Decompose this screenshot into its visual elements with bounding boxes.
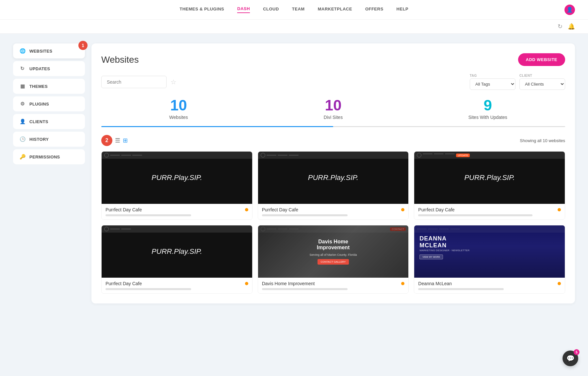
purr-logo: PURR.Play.SIP. xyxy=(152,173,202,182)
mini-nav-line xyxy=(434,154,444,154)
status-indicator xyxy=(245,282,248,285)
stat-updates: 9 Sites With Updates xyxy=(411,98,565,125)
favorites-filter-icon[interactable]: ☆ xyxy=(171,78,176,86)
stats-row: 10 Websites 10 Divi Sites 9 Sites With U… xyxy=(101,98,565,126)
client-select[interactable]: All Clients xyxy=(519,78,565,90)
mini-logo xyxy=(104,227,109,231)
sidebar-label-permissions: PERMISSIONS xyxy=(29,155,60,159)
showing-count: Showing all 10 websites xyxy=(520,138,565,143)
nav-help[interactable]: HELP xyxy=(397,7,409,13)
nav-offers[interactable]: OFFERS xyxy=(365,7,384,13)
mini-nav-line xyxy=(110,155,120,155)
sidebar: 🌐 WEBSITES 1 ↻ UPDATES ▦ THEMES ⚙ PLUGIN… xyxy=(13,43,85,303)
mini-nav-line xyxy=(121,229,131,229)
avatar[interactable]: 👤 xyxy=(564,5,575,15)
sidebar-item-websites[interactable]: 🌐 WEBSITES 1 xyxy=(13,43,85,58)
kitchen-subtitle: Serving all of Marion County, Florida xyxy=(310,253,357,256)
card-mini-header: UPDATE xyxy=(414,152,565,159)
meta-line xyxy=(106,288,191,290)
sidebar-item-clients[interactable]: 👤 CLIENTS xyxy=(13,114,85,129)
card-name-row: Davis Home Improvement xyxy=(262,281,405,286)
card-meta xyxy=(262,214,405,216)
card-thumbnail: CONTACT Davis HomeImprovement Serving al… xyxy=(258,225,409,278)
stat-updates-label: Sites With Updates xyxy=(411,115,565,120)
mini-nav xyxy=(110,155,250,155)
refresh-icon[interactable]: ↻ xyxy=(558,23,563,30)
card-name-row: Purrfect Day Cafe xyxy=(106,281,248,286)
mini-nav xyxy=(267,155,406,155)
night-city-overlay: DEANNAMCLEAN MARKETING DESIGNER · NEWSLE… xyxy=(414,225,565,278)
nav-marketplace[interactable]: MARKETPLACE xyxy=(318,7,352,13)
view-controls: 2 ☰ ⊞ xyxy=(101,135,128,146)
clients-icon: 👤 xyxy=(20,119,25,124)
stat-websites-label: Websites xyxy=(101,115,256,120)
stat-divi-sites: 10 Divi Sites xyxy=(256,98,410,125)
nav-cloud[interactable]: CLOUD xyxy=(263,7,279,13)
step-badge: 2 xyxy=(101,135,112,146)
status-indicator xyxy=(558,208,561,211)
night-city-name: DEANNAMCLEAN xyxy=(419,235,447,249)
mini-nav-line xyxy=(278,155,287,155)
card-mini-header xyxy=(258,152,409,159)
websites-grid: PURR.Play.SIP. Purrfect Day Cafe xyxy=(101,151,565,294)
card-meta xyxy=(262,288,405,290)
meta-line xyxy=(418,214,532,216)
grid-toolbar: 2 ☰ ⊞ Showing all 10 websites xyxy=(101,135,565,146)
meta-line xyxy=(106,214,191,216)
kitchen-gallery-btn[interactable]: CONTACT GALLERY xyxy=(318,259,349,265)
card-name: Purrfect Day Cafe xyxy=(418,207,454,212)
card-mini-header xyxy=(102,152,252,159)
website-card[interactable]: UPDATE PURR.Play.SIP. Purrfect Day Cafe xyxy=(414,151,565,220)
list-view-icon[interactable]: ☰ xyxy=(115,137,120,144)
sidebar-item-history[interactable]: 🕒 HISTORY xyxy=(13,132,85,147)
progress-bar-container xyxy=(101,126,565,127)
sidebar-item-plugins[interactable]: ⚙ PLUGINS xyxy=(13,96,85,111)
client-label: CLIENT xyxy=(519,74,565,77)
sidebar-label-plugins: PLUGINS xyxy=(29,102,49,106)
sidebar-label-clients: CLIENTS xyxy=(29,119,48,124)
search-input[interactable] xyxy=(101,76,167,88)
status-indicator xyxy=(401,208,404,211)
mini-nav-line xyxy=(445,154,455,154)
card-name: Purrfect Day Cafe xyxy=(106,207,142,212)
meta-line xyxy=(262,214,348,216)
nav-team[interactable]: TEAM xyxy=(292,7,305,13)
mini-nav xyxy=(110,229,250,229)
plugins-icon: ⚙ xyxy=(20,101,25,107)
stat-websites: 10 Websites xyxy=(101,98,256,125)
page-title: Websites xyxy=(101,55,139,65)
progress-bar-fill xyxy=(101,126,333,127)
website-card[interactable]: DEANNAMCLEAN MARKETING DESIGNER · NEWSLE… xyxy=(414,225,565,294)
website-card[interactable]: PURR.Play.SIP. Purrfect Day Cafe xyxy=(258,151,409,220)
stat-updates-count: 9 xyxy=(411,98,565,113)
notification-icon[interactable]: 🔔 xyxy=(568,23,575,30)
filters-row: ☆ TAG All Tags CLIENT All Clients xyxy=(101,74,565,90)
chat-widget[interactable]: 💬 5 xyxy=(563,351,578,366)
tag-select[interactable]: All Tags xyxy=(470,78,515,90)
nav-dash[interactable]: DASH xyxy=(237,6,250,13)
card-meta xyxy=(106,214,248,216)
history-icon: 🕒 xyxy=(20,136,25,142)
add-website-button[interactable]: ADD WEBSITE xyxy=(518,53,565,66)
grid-view-icon[interactable]: ⊞ xyxy=(123,137,128,144)
sidebar-item-updates[interactable]: ↻ UPDATES xyxy=(13,61,85,76)
night-city-btn[interactable]: VIEW MY WORK xyxy=(419,254,443,259)
card-info: Davis Home Improvement xyxy=(258,278,409,293)
kitchen-overlay: Davis HomeImprovement Serving all of Mar… xyxy=(258,225,409,278)
website-card[interactable]: PURR.Play.SIP. Purrfect Day Cafe xyxy=(101,225,253,294)
sidebar-item-themes[interactable]: ▦ THEMES xyxy=(13,79,85,94)
content-area: Websites ADD WEBSITE ☆ TAG All Tags CLIE… xyxy=(91,43,575,303)
chat-badge: 5 xyxy=(574,349,580,355)
website-card[interactable]: CONTACT Davis HomeImprovement Serving al… xyxy=(258,225,409,294)
website-card[interactable]: PURR.Play.SIP. Purrfect Day Cafe xyxy=(101,151,253,220)
update-badge: UPDATE xyxy=(456,154,470,157)
card-name: Deanna McLean xyxy=(418,281,452,286)
stat-divi-count: 10 xyxy=(256,98,410,113)
sidebar-item-permissions[interactable]: 🔑 PERMISSIONS xyxy=(13,149,85,164)
top-navigation: THEMES & PLUGINS DASH CLOUD TEAM MARKETP… xyxy=(0,0,588,20)
tag-label: TAG xyxy=(470,74,515,77)
nav-right: 👤 xyxy=(564,5,575,15)
nav-links: THEMES & PLUGINS DASH CLOUD TEAM MARKETP… xyxy=(180,6,409,13)
nav-themes-plugins[interactable]: THEMES & PLUGINS xyxy=(180,7,224,13)
sidebar-label-history: HISTORY xyxy=(29,137,49,142)
